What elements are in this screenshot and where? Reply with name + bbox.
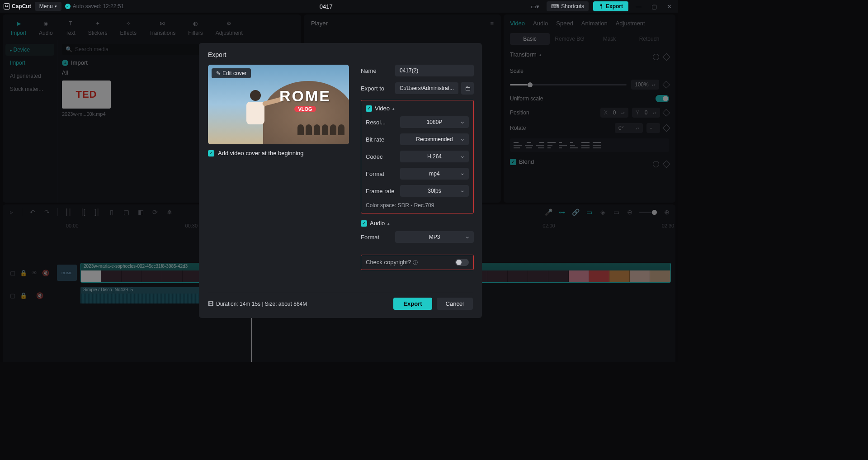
tab-text[interactable]: TText (59, 18, 82, 37)
rotate-keyframe-icon[interactable] (663, 124, 670, 132)
audio-collapse-icon[interactable]: ▢ (10, 292, 15, 299)
props-tab-audio[interactable]: Audio (533, 18, 548, 28)
subtab-retouch[interactable]: Retouch (629, 33, 669, 45)
marker-icon[interactable]: ◈ (599, 208, 607, 216)
shortcuts-button[interactable]: ⌨ Shortcuts (547, 1, 589, 11)
align-hcenter-icon[interactable] (525, 142, 533, 148)
blend-keyframe-icon[interactable] (663, 160, 670, 168)
screen-icon[interactable]: ▭ (612, 208, 620, 216)
export-button-top[interactable]: ⭱ Export (593, 1, 628, 11)
props-tab-animation[interactable]: Animation (581, 18, 608, 28)
subtab-removebg[interactable]: Remove BG (550, 33, 590, 45)
tab-audio[interactable]: ◉Audio (33, 18, 59, 37)
position-x[interactable]: X0▴▾ (600, 108, 628, 118)
props-tab-speed[interactable]: Speed (556, 18, 573, 28)
track-mute-icon[interactable]: 🔇 (42, 270, 49, 276)
rotate-tool-icon[interactable]: ⟳ (151, 208, 159, 216)
select-tool-icon[interactable]: ▹ (7, 208, 15, 216)
format-dropdown[interactable]: mp4 (400, 168, 469, 180)
clip-thumbnail[interactable]: ROME (57, 265, 77, 281)
crop-icon[interactable]: ▢ (122, 208, 130, 216)
keyframe-icon[interactable] (663, 53, 670, 61)
scale-slider[interactable] (510, 84, 627, 85)
codec-dropdown[interactable]: H.264 (400, 151, 469, 162)
rotate-value[interactable]: 0°▴▾ (615, 123, 643, 133)
tab-filters[interactable]: ◐Filters (182, 18, 209, 37)
split-right-icon[interactable]: ]⎮ (93, 208, 101, 216)
preview-icon[interactable]: ▭ (585, 208, 593, 216)
tab-import[interactable]: ▶Import (5, 18, 33, 37)
video-caret-icon[interactable]: ▴ (392, 106, 395, 111)
align-top-icon[interactable] (547, 142, 556, 148)
copyright-toggle[interactable] (455, 259, 469, 266)
align-left-icon[interactable] (514, 142, 522, 148)
sidebar-item-ai[interactable]: AI generated (5, 70, 54, 82)
link-icon[interactable]: 🔗 (571, 208, 580, 216)
zoom-slider[interactable] (639, 212, 657, 213)
uniform-toggle[interactable] (656, 95, 669, 102)
delete-icon[interactable]: ▯ (108, 208, 116, 216)
audio-caret-icon[interactable]: ▴ (387, 221, 390, 226)
blend-reset-icon[interactable] (653, 161, 659, 167)
help-icon[interactable]: ⓘ (411, 260, 417, 265)
tab-transitions[interactable]: ⋈Transitions (143, 18, 182, 37)
transform-header[interactable]: Transform ▴ (510, 51, 542, 58)
position-keyframe-icon[interactable] (663, 109, 670, 117)
maximize-button[interactable]: ▢ (649, 3, 660, 10)
track-collapse-icon[interactable]: ▢ (10, 270, 15, 276)
align-right-icon[interactable] (536, 142, 544, 148)
redo-icon[interactable]: ↷ (43, 208, 51, 216)
position-y[interactable]: Y0▴▾ (632, 108, 660, 118)
reset-icon[interactable] (653, 54, 659, 60)
add-cover-checkbox[interactable]: ✓ (208, 150, 214, 156)
split-left-icon[interactable]: ⎮[ (79, 208, 87, 216)
tab-effects[interactable]: ✧Effects (113, 18, 142, 37)
split-icon[interactable]: ⎮⎮ (64, 208, 72, 216)
export-path-input[interactable]: C:/Users/Administrat... (395, 82, 458, 94)
align-vcenter-icon[interactable] (559, 142, 567, 148)
freeze-icon[interactable]: ❄ (165, 208, 174, 216)
edit-cover-button[interactable]: ✎ Edit cover (212, 68, 251, 78)
audio-checkbox[interactable]: ✓ (361, 220, 367, 227)
subtab-basic[interactable]: Basic (510, 33, 550, 45)
mirror-icon[interactable]: ◧ (137, 208, 145, 216)
zoom-in-icon[interactable]: ⊕ (663, 208, 671, 216)
resolution-dropdown[interactable]: 1080P (400, 116, 469, 128)
magnet-icon[interactable]: ⊶ (558, 208, 566, 216)
blend-checkbox[interactable]: ✓ (510, 159, 516, 165)
sidebar-item-stock[interactable]: Stock mater... (5, 83, 54, 95)
minimize-button[interactable]: — (633, 3, 644, 10)
align-dist-v-icon[interactable] (593, 142, 601, 148)
props-tab-video[interactable]: Video (510, 18, 525, 28)
bitrate-dropdown[interactable]: Recommended (400, 133, 469, 145)
player-menu-icon[interactable]: ≡ (490, 20, 494, 27)
browse-folder-button[interactable]: 🗀 (461, 82, 474, 95)
track-visible-icon[interactable]: 👁 (32, 270, 38, 276)
close-button[interactable]: ✕ (664, 3, 675, 10)
scale-keyframe-icon[interactable] (663, 81, 670, 89)
track-lock-icon[interactable]: 🔒 (20, 270, 27, 276)
tab-stickers[interactable]: ✦Stickers (82, 18, 114, 37)
add-cover-checkbox-row[interactable]: ✓ Add video cover at the beginning (208, 150, 349, 156)
framerate-dropdown[interactable]: 30fps (400, 185, 469, 197)
name-input[interactable]: 0417(2) (395, 65, 474, 76)
blend-header[interactable]: ✓ Blend (510, 158, 534, 165)
audio-format-dropdown[interactable]: MP3 (395, 231, 474, 243)
mic-icon[interactable]: 🎤 (544, 208, 552, 216)
undo-icon[interactable]: ↶ (28, 208, 37, 216)
scale-value[interactable]: 100%▴▾ (631, 80, 659, 90)
props-tab-adjustment[interactable]: Adjustment (616, 18, 645, 28)
sidebar-item-import[interactable]: Import (5, 57, 54, 69)
audio-lock-icon[interactable]: 🔒 (20, 292, 27, 299)
subtab-mask[interactable]: Mask (590, 33, 629, 45)
video-checkbox[interactable]: ✓ (366, 105, 372, 112)
align-dist-h-icon[interactable] (581, 142, 590, 148)
rotate-neg[interactable]: - (646, 123, 660, 133)
zoom-out-icon[interactable]: ⊖ (626, 208, 634, 216)
menu-button[interactable]: Menu▾ (35, 2, 61, 11)
aspect-icon[interactable]: ▭▾ (528, 3, 542, 10)
audio-mute-icon[interactable]: 🔇 (36, 292, 43, 299)
sidebar-item-device[interactable]: ▸ Device (5, 44, 54, 56)
align-bottom-icon[interactable] (570, 142, 578, 148)
export-confirm-button[interactable]: Export (393, 298, 432, 310)
